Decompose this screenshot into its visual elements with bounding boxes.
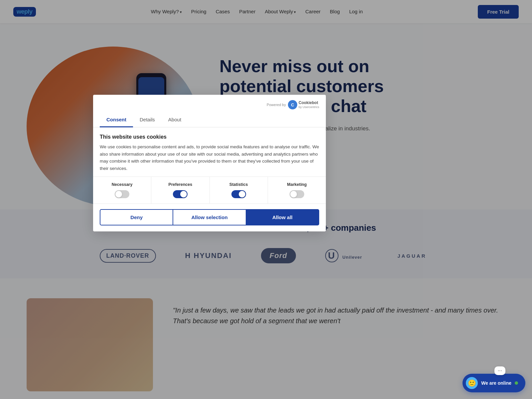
toggle-marketing: Marketing (268, 177, 326, 203)
cookiebot-brand: Cookiebot (299, 101, 319, 105)
chat-widget[interactable]: ··· 🙂 We are online (463, 374, 525, 391)
toggle-preferences-label: Preferences (169, 182, 193, 187)
client-logo-jaguar: JAGUAR (391, 250, 432, 261)
cookiebot-logo: C Cookiebot by Usercentrics (288, 100, 319, 109)
client-logo-hyundai: H HYUNDAI (179, 249, 238, 263)
logo[interactable]: weply (13, 7, 36, 17)
toggle-preferences: Preferences (151, 177, 209, 203)
nav-why-weply[interactable]: Why Weply? (151, 9, 182, 14)
toggle-statistics: Statistics (210, 177, 268, 203)
cookie-modal: Powered by C Cookiebot by Usercentrics C… (93, 95, 326, 231)
cookie-buttons: Deny Allow selection Allow all (93, 204, 326, 231)
tab-details[interactable]: Details (133, 113, 162, 127)
toggle-marketing-knob (290, 191, 297, 198)
chat-status-text: We are online (481, 380, 511, 386)
chat-widget-inner: ··· 🙂 We are online (463, 374, 525, 391)
client-logos-row: LAND·ROVER H HYUNDAI Ford U Unilever JAG… (27, 246, 505, 265)
toggle-statistics-knob (239, 191, 245, 198)
client-logo-landrover: LAND·ROVER (100, 249, 156, 263)
cookiebot-powered: Powered by C Cookiebot by Usercentrics (267, 100, 319, 109)
toggle-statistics-switch[interactable] (231, 190, 246, 198)
nav-links: Why Weply? Pricing Cases Partner About W… (151, 9, 363, 15)
nav-right: Free Trial (478, 5, 519, 19)
toggle-necessary-label: Necessary (112, 182, 133, 187)
cookiebot-sub: by Usercentrics (299, 105, 319, 109)
toggle-preferences-switch[interactable] (173, 190, 188, 198)
online-indicator (515, 381, 518, 385)
chat-bubble[interactable]: 🙂 We are online (463, 374, 525, 391)
chat-typing-indicator: ··· (494, 366, 505, 375)
toggle-necessary-switch[interactable] (115, 190, 129, 198)
testimonial-text: "In just a few days, we saw that the lea… (173, 298, 505, 326)
powered-by-text: Powered by (267, 103, 286, 107)
testimonial-section: "In just a few days, we saw that the lea… (0, 278, 532, 391)
nav-blog[interactable]: Blog (330, 9, 340, 14)
cookiebot-name-block: Cookiebot by Usercentrics (299, 101, 319, 108)
cookie-tabs: Consent Details About (93, 113, 326, 127)
cookiebot-icon: C (288, 100, 297, 109)
chat-avatar: 🙂 (466, 377, 478, 389)
client-logo-unilever: U Unilever (319, 246, 368, 265)
logo-text: weply (13, 7, 36, 17)
testimonial-image (27, 298, 153, 391)
nav-pricing[interactable]: Pricing (191, 9, 206, 14)
tab-about[interactable]: About (162, 113, 188, 127)
toggles-row: Necessary Preferences Statistics (93, 177, 326, 204)
deny-button[interactable]: Deny (100, 209, 173, 225)
allow-selection-button[interactable]: Allow selection (173, 209, 245, 225)
cookie-modal-title: This website uses cookies (100, 134, 319, 140)
toggle-statistics-label: Statistics (229, 182, 248, 187)
allow-all-button[interactable]: Allow all (246, 209, 319, 225)
nav-partner[interactable]: Partner (239, 9, 255, 14)
toggle-necessary: Necessary (93, 177, 151, 203)
free-trial-button[interactable]: Free Trial (478, 5, 519, 19)
cookie-modal-header: Powered by C Cookiebot by Usercentrics (93, 95, 326, 109)
toggle-marketing-label: Marketing (287, 182, 307, 187)
cookie-body: This website uses cookies We use cookies… (93, 127, 326, 177)
nav-login[interactable]: Log in (349, 9, 363, 14)
testimonial-quote: "In just a few days, we saw that the lea… (173, 305, 505, 326)
toggle-preferences-knob (180, 191, 187, 198)
navbar: weply Why Weply? Pricing Cases Partner A… (0, 0, 532, 23)
nav-career[interactable]: Career (305, 9, 321, 14)
cookie-body-text: We use cookies to personalise content an… (100, 143, 319, 172)
nav-cases[interactable]: Cases (216, 9, 230, 14)
tab-consent[interactable]: Consent (100, 113, 133, 127)
nav-about-weply[interactable]: About Weply (265, 9, 296, 14)
client-logo-ford: Ford (261, 248, 296, 263)
toggle-necessary-knob (115, 191, 122, 198)
toggle-marketing-switch[interactable] (290, 190, 304, 198)
